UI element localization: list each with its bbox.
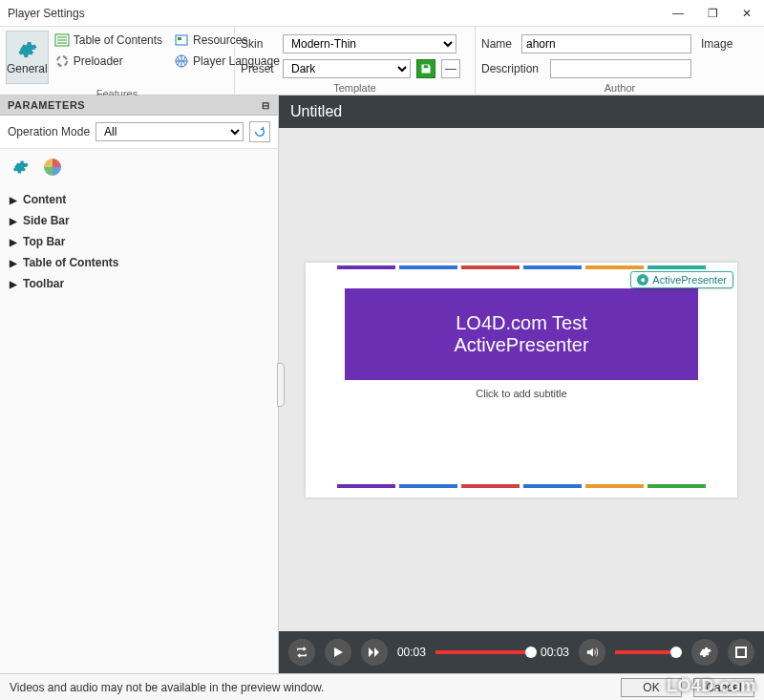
tree-item-topbar[interactable]: ▶Top Bar <box>10 231 268 252</box>
slide-subtitle[interactable]: Click to add subtitle <box>476 388 566 399</box>
window-title: Player Settings <box>8 7 661 20</box>
play-button[interactable] <box>325 639 351 666</box>
footer-message: Videos and audio may not be available in… <box>10 681 609 694</box>
feature-toc[interactable]: Table of Contents <box>54 32 162 48</box>
window-close-button[interactable]: ✕ <box>730 0 764 27</box>
refresh-icon <box>253 125 266 138</box>
author-group-label: Author <box>476 82 764 95</box>
gear-icon <box>698 646 711 659</box>
seek-bar[interactable] <box>435 650 531 654</box>
slide-title-box: LO4D.com Test ActivePresenter <box>345 288 698 380</box>
dialog-footer: Videos and audio may not be available in… <box>0 673 764 700</box>
fast-forward-icon <box>368 647 381 658</box>
volume-knob[interactable] <box>670 647 682 658</box>
fullscreen-button[interactable] <box>728 639 754 666</box>
time-current: 00:03 <box>397 646 426 659</box>
player-controls: 00:03 00:03 <box>279 631 764 673</box>
parameters-panel: PARAMETERS ⊟ Operation Mode All ▶Content… <box>0 95 279 673</box>
language-icon <box>174 53 189 69</box>
seek-fill <box>435 650 531 654</box>
preview-pane: Untitled ● ActivePresenter LO4D.com Test… <box>279 95 764 673</box>
image-label[interactable]: Image <box>701 37 732 51</box>
settings-button[interactable] <box>691 639 718 666</box>
save-icon <box>420 63 432 74</box>
description-label: Description <box>481 62 544 75</box>
loop-button[interactable] <box>288 639 315 666</box>
feature-preloader[interactable]: Preloader <box>54 53 162 69</box>
operation-mode-label: Operation Mode <box>8 125 90 138</box>
preset-select[interactable]: Dark <box>283 59 411 78</box>
volume-bar[interactable] <box>615 650 682 654</box>
color-scheme-icon[interactable] <box>44 159 61 176</box>
tree-item-toolbar[interactable]: ▶Toolbar <box>10 273 268 294</box>
tree-item-content[interactable]: ▶Content <box>10 189 268 210</box>
chevron-right-icon: ▶ <box>10 216 17 226</box>
svg-point-4 <box>57 56 67 66</box>
window-titlebar: Player Settings — ❐ ✕ <box>0 0 764 27</box>
svg-rect-6 <box>178 37 181 40</box>
remove-preset-button[interactable]: — <box>441 59 460 78</box>
parameters-tree: ▶Content ▶Side Bar ▶Top Bar ▶Table of Co… <box>0 185 278 298</box>
loop-icon <box>295 646 308 659</box>
slide: ● ActivePresenter LO4D.com Test ActivePr… <box>306 263 737 498</box>
toc-icon <box>54 32 70 48</box>
preloader-icon <box>54 53 70 69</box>
chevron-right-icon: ▶ <box>10 237 17 247</box>
parameters-title: PARAMETERS <box>8 99 85 111</box>
general-label: General <box>7 62 48 75</box>
ribbon: General Table of Contents Preloader <box>0 27 764 95</box>
skin-select[interactable]: Modern-Thin <box>283 34 456 53</box>
volume-button[interactable] <box>579 639 605 666</box>
template-group-label: Template <box>235 82 475 95</box>
gear-icon <box>16 39 37 60</box>
save-preset-button[interactable] <box>416 59 435 78</box>
volume-icon <box>585 646 599 659</box>
preview-titlebar: Untitled <box>279 95 764 128</box>
chevron-right-icon: ▶ <box>10 195 17 205</box>
fullscreen-icon <box>735 647 747 658</box>
skin-label: Skin <box>241 37 277 51</box>
name-label: Name <box>481 37 516 51</box>
slide-top-colorbar <box>337 265 706 269</box>
chevron-right-icon: ▶ <box>10 279 17 289</box>
play-icon <box>332 647 344 658</box>
seek-knob[interactable] <box>525 647 537 658</box>
refresh-button[interactable] <box>249 121 270 142</box>
window-minimize-button[interactable]: — <box>661 0 695 27</box>
general-button[interactable]: General <box>6 31 49 84</box>
gear-small-icon[interactable] <box>11 159 29 176</box>
pin-icon[interactable]: ⊟ <box>262 100 270 111</box>
svg-rect-8 <box>736 647 746 657</box>
operation-mode-select[interactable]: All <box>96 122 244 141</box>
tree-item-toc[interactable]: ▶Table of Contents <box>10 252 268 273</box>
activepresenter-badge: ● ActivePresenter <box>630 271 733 288</box>
resources-icon <box>174 32 189 48</box>
preview-title: Untitled <box>290 103 342 120</box>
description-input[interactable] <box>550 59 691 78</box>
window-maximize-button[interactable]: ❐ <box>695 0 730 27</box>
preset-label: Preset <box>241 62 277 75</box>
tree-item-sidebar[interactable]: ▶Side Bar <box>10 210 268 231</box>
slide-bottom-colorbar <box>337 484 706 488</box>
time-total: 00:03 <box>541 646 569 659</box>
volume-fill <box>615 650 676 654</box>
fast-forward-button[interactable] <box>361 639 388 666</box>
cancel-button[interactable]: Cancel <box>693 678 754 697</box>
ok-button[interactable]: OK <box>621 678 682 697</box>
badge-record-icon: ● <box>637 274 648 286</box>
name-input[interactable] <box>521 34 691 53</box>
chevron-right-icon: ▶ <box>10 258 17 268</box>
